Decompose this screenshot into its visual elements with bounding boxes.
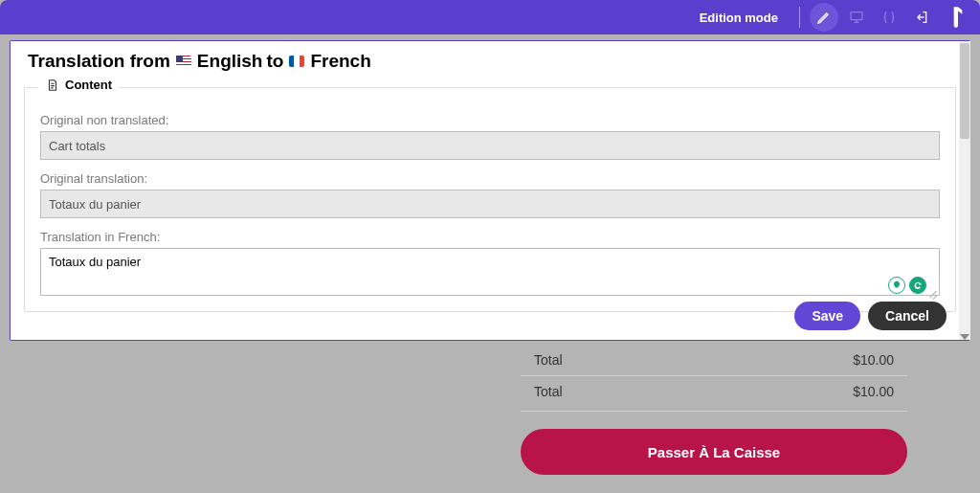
- exit-icon[interactable]: [907, 3, 936, 32]
- row-label: Total: [534, 352, 563, 368]
- cart-totals-panel: Total $10.00 Total $10.00 Passer À La Ca…: [521, 345, 907, 475]
- title-prefix: Translation from: [28, 51, 170, 72]
- row-label: Total: [534, 384, 563, 399]
- resize-handle-icon[interactable]: [928, 288, 938, 298]
- pencil-icon[interactable]: [810, 3, 838, 32]
- edition-mode-label: Edition mode: [700, 11, 778, 25]
- translation-textarea[interactable]: [40, 248, 940, 296]
- document-icon: [46, 78, 59, 92]
- flag-us-icon: [176, 56, 191, 67]
- monitor-icon[interactable]: [842, 3, 871, 32]
- modal-scrollbar[interactable]: [959, 41, 970, 340]
- section-label: Content: [65, 78, 112, 92]
- original-input: [40, 131, 940, 160]
- checkout-button[interactable]: Passer À La Caisse: [521, 429, 907, 475]
- fieldset-legend: Content: [38, 78, 120, 92]
- row-value: $10.00: [853, 352, 894, 368]
- brand-logo-icon: [942, 1, 974, 34]
- table-row: Total $10.00: [521, 375, 907, 407]
- svg-marker-1: [960, 334, 969, 340]
- table-row: Total $10.00: [521, 345, 907, 375]
- title-mid: to: [266, 51, 283, 72]
- suggestion-bulb-icon[interactable]: [888, 277, 905, 294]
- scroll-down-icon[interactable]: [960, 328, 969, 338]
- original-label: Original non translated:: [40, 113, 940, 127]
- topbar: Edition mode: [0, 0, 980, 34]
- modal-actions: Save Cancel: [794, 302, 947, 330]
- save-button[interactable]: Save: [794, 302, 860, 330]
- edit-label: Translation in French:: [40, 230, 940, 244]
- content-fieldset: Content Original non translated: Origina…: [24, 87, 956, 312]
- orig-translation-input: [40, 190, 940, 218]
- scrollbar-thumb[interactable]: [960, 43, 969, 139]
- title-lang-from: English: [197, 51, 263, 72]
- topbar-divider: [799, 7, 800, 28]
- orig-translation-label: Original translation:: [40, 171, 940, 186]
- divider: [521, 411, 907, 412]
- svg-rect-0: [851, 12, 862, 20]
- modal-title: Translation from English to French: [11, 51, 969, 72]
- suggestion-refresh-icon[interactable]: [909, 277, 926, 294]
- code-braces-icon[interactable]: [875, 3, 903, 32]
- translation-modal: Translation from English to French Conte…: [10, 40, 970, 341]
- suggestion-chips: [888, 277, 926, 294]
- cancel-button[interactable]: Cancel: [868, 302, 947, 330]
- title-lang-to: French: [310, 51, 370, 72]
- row-value: $10.00: [853, 384, 894, 399]
- edit-area-wrap: [40, 248, 940, 300]
- flag-fr-icon: [289, 56, 304, 67]
